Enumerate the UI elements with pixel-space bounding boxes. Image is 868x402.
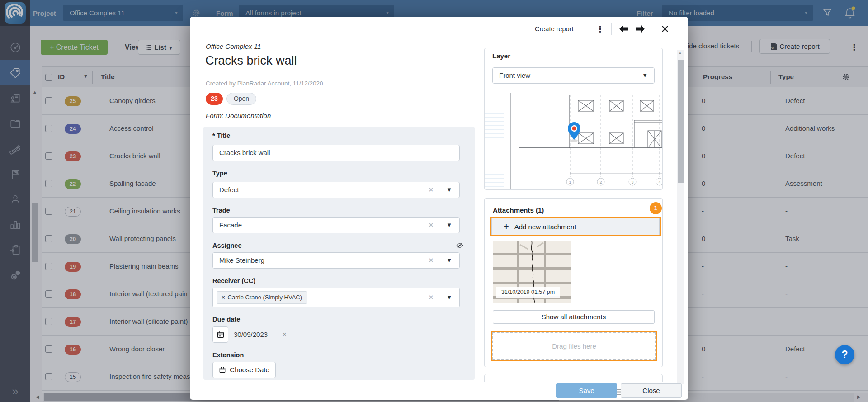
help-button[interactable]: ?	[835, 345, 854, 364]
next-panel-partial	[484, 374, 663, 382]
modal-kebab-icon[interactable]: ⋮	[596, 24, 604, 34]
receiver-tag[interactable]: ×Carrie Crane (Simply HVAC)	[217, 291, 307, 304]
modal-scrollbar-thumb[interactable]	[678, 60, 684, 183]
modal-project-name: Office Complex 11	[206, 43, 261, 50]
add-new-attachment-button[interactable]: + Add new attachment	[491, 218, 660, 235]
modal-scrollbar[interactable]: ▲	[677, 50, 684, 384]
modal-create-report-link[interactable]: Create report	[535, 25, 573, 33]
type-select[interactable]: Defect × ▼	[212, 182, 460, 198]
status-badge: Open	[226, 93, 256, 105]
plan-preview[interactable]: 1 2 3 4	[485, 93, 662, 189]
modal-created-line: Created by PlanRadar Account, 11/12/2020	[206, 80, 323, 87]
chevron-down-icon[interactable]: ▼	[446, 218, 452, 233]
add-attachment-highlight: + Add new attachment	[490, 217, 661, 236]
drag-files-dropzone[interactable]: Drag files here	[492, 332, 656, 360]
svg-text:1: 1	[569, 180, 571, 184]
drag-files-highlight: Drag files here	[491, 331, 657, 361]
eye-off-icon[interactable]	[456, 241, 464, 250]
assignee-select[interactable]: Mike Steinberg × ▼	[212, 252, 460, 269]
clear-icon[interactable]: ×	[429, 218, 433, 233]
save-button[interactable]: Save	[556, 383, 617, 398]
close-icon[interactable]	[660, 24, 670, 34]
next-ticket-arrow-icon[interactable]	[635, 24, 646, 33]
extension-field-label: Extension	[212, 351, 244, 359]
attachments-title: Attachments (1)	[493, 206, 544, 214]
attachments-panel: Attachments (1) + Add new attachment	[484, 198, 663, 367]
trade-field-label: Trade	[212, 207, 230, 214]
layer-select[interactable]: Front view ▼	[492, 67, 655, 84]
title-field-label: * Title	[212, 132, 230, 139]
attachment-timestamp: 31/10/2019 01:57 pm	[496, 287, 560, 298]
close-button[interactable]: Close	[621, 383, 682, 398]
annotation-badge-1: 1	[650, 202, 662, 214]
modal-ticket-title: Cracks brick wall	[205, 54, 297, 68]
chevron-down-icon[interactable]: ▼	[446, 182, 452, 198]
choose-date-button[interactable]: Choose Date	[212, 362, 276, 378]
svg-text:3: 3	[631, 180, 633, 184]
calendar-icon	[217, 331, 225, 339]
layer-label: Layer	[492, 52, 510, 60]
svg-text:2: 2	[599, 180, 602, 184]
previous-ticket-arrow-icon[interactable]	[618, 24, 629, 33]
clear-due-date-icon[interactable]: ×	[283, 330, 287, 338]
calendar-icon	[219, 366, 226, 374]
due-date-field-label: Due date	[212, 316, 240, 323]
clear-icon[interactable]: ×	[429, 182, 433, 198]
svg-text:4: 4	[658, 180, 660, 184]
clear-icon[interactable]: ×	[429, 290, 433, 305]
modal-form-line: Form: Documentation	[206, 112, 271, 119]
assignee-field-label: Assignee	[212, 242, 241, 249]
scroll-up-icon[interactable]: ▲	[678, 51, 682, 55]
clear-icon[interactable]: ×	[429, 253, 433, 268]
receiver-field-label: Receiver (CC)	[212, 277, 255, 284]
receiver-select[interactable]: ×Carrie Crane (Simply HVAC) × ▼	[212, 288, 460, 307]
due-date-value[interactable]: 30/09/2023	[234, 331, 268, 338]
plus-icon: +	[504, 222, 509, 232]
show-all-attachments-button[interactable]: Show all attachments	[493, 310, 655, 324]
type-field-label: Type	[212, 170, 227, 177]
due-date-calendar-button[interactable]	[212, 326, 228, 343]
chevron-down-icon[interactable]: ▼	[446, 253, 452, 268]
chevron-down-icon: ▼	[642, 68, 648, 83]
chevron-down-icon[interactable]: ▼	[446, 290, 452, 305]
title-input[interactable]: Cracks brick wall	[212, 145, 460, 161]
trade-select[interactable]: Facade × ▼	[212, 217, 460, 233]
remove-tag-icon[interactable]: ×	[222, 294, 225, 301]
ticket-detail-modal: Create report ⋮ Office Complex 11 Cracks…	[190, 17, 688, 400]
attachment-thumbnail[interactable]: 31/10/2019 01:57 pm	[493, 241, 571, 303]
ticket-number-badge: 23	[206, 93, 223, 105]
